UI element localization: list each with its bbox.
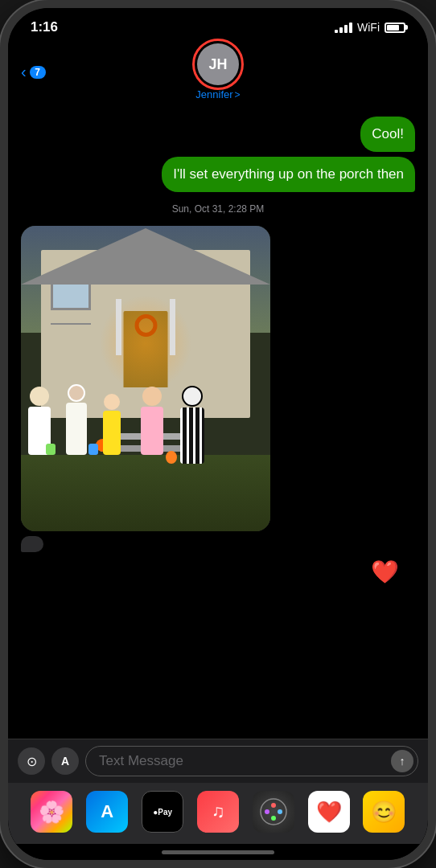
status-icons: WiFi xyxy=(335,21,405,34)
dock-applepay-icon[interactable]: ●Pay xyxy=(142,791,183,833)
contact-header[interactable]: JH Jennifer > xyxy=(195,43,240,100)
send-button[interactable]: ↑ xyxy=(391,750,413,772)
appstore-icon: A xyxy=(61,755,69,768)
status-time: 1:16 xyxy=(31,19,58,35)
input-area: ⊙ A Text Message ↑ xyxy=(8,739,428,783)
svg-point-3 xyxy=(271,803,276,808)
message-timestamp: Sun, Oct 31, 2:28 PM xyxy=(21,203,415,215)
photo-message[interactable] xyxy=(21,226,270,531)
back-badge: 7 xyxy=(30,66,46,79)
dock-photos-icon[interactable]: 🌸 xyxy=(31,791,72,833)
status-bar: 1:16 WiFi xyxy=(8,8,428,40)
avatar-wrapper: JH xyxy=(197,43,239,85)
contact-name[interactable]: Jennifer > xyxy=(195,88,240,100)
home-bar xyxy=(162,850,274,854)
svg-point-1 xyxy=(265,809,269,814)
back-chevron-icon: ‹ xyxy=(21,63,27,81)
reaction-area[interactable]: ❤️ xyxy=(21,559,415,585)
dock-game-icon[interactable] xyxy=(253,791,294,833)
back-button[interactable]: ‹ 7 xyxy=(21,63,46,81)
dock-appstore-icon[interactable]: A xyxy=(86,791,128,833)
phone-screen: 1:16 WiFi ‹ 7 JH xyxy=(8,8,428,860)
send-icon: ↑ xyxy=(400,755,405,768)
text-input-wrap: Text Message ↑ xyxy=(85,746,418,776)
message-bubble-sent-2: I'll set everything up on the porch then xyxy=(162,157,415,192)
photo-bubble xyxy=(21,226,270,531)
message-input[interactable]: Text Message xyxy=(85,746,418,776)
dock-memoji-icon[interactable]: 😊 xyxy=(363,791,405,833)
applepay-label: ●Pay xyxy=(153,808,172,817)
input-row: ⊙ A Text Message ↑ xyxy=(18,746,418,776)
phone-frame: 1:16 WiFi ‹ 7 JH xyxy=(0,0,436,868)
message-bubble-sent: Cool! xyxy=(360,117,415,152)
signal-icon xyxy=(335,23,352,33)
appstore-button[interactable]: A xyxy=(51,747,79,775)
message-bubble-received xyxy=(21,536,43,552)
dock-music-icon[interactable]: ♫ xyxy=(197,791,239,833)
messages-area[interactable]: Cool! I'll set everything up on the porc… xyxy=(8,108,428,739)
dock: 🌸 A ●Pay ♫ xyxy=(8,783,428,844)
chevron-right-icon: > xyxy=(235,89,241,100)
wifi-icon: WiFi xyxy=(357,21,380,34)
svg-point-2 xyxy=(278,809,282,814)
battery-icon xyxy=(385,23,405,33)
game-center-icon-svg xyxy=(259,797,288,826)
dock-heart-icon[interactable]: ❤️ xyxy=(308,791,350,833)
nav-bar: ‹ 7 JH Jennifer > xyxy=(8,40,428,108)
camera-button[interactable]: ⊙ xyxy=(18,747,45,775)
input-placeholder: Text Message xyxy=(99,753,183,768)
heart-reaction[interactable]: ❤️ xyxy=(371,559,399,585)
home-indicator[interactable] xyxy=(8,844,428,860)
camera-icon: ⊙ xyxy=(27,754,37,769)
svg-point-0 xyxy=(261,799,286,825)
svg-point-4 xyxy=(271,816,276,821)
halloween-photo xyxy=(21,226,270,531)
avatar-ring xyxy=(192,39,244,90)
